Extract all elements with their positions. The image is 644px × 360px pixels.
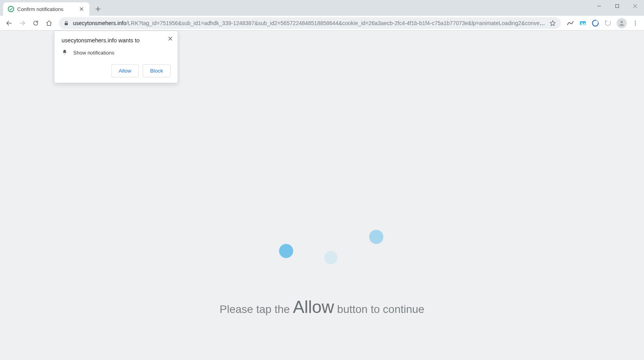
svg-point-6	[635, 22, 636, 23]
notification-permission-popup: usecytonsmehers.info wants to Show notif…	[54, 31, 178, 83]
svg-rect-1	[65, 23, 68, 25]
loader-ball-icon	[279, 244, 293, 258]
forward-button[interactable]	[16, 17, 28, 29]
svg-point-5	[635, 21, 636, 22]
allow-button[interactable]: Allow	[111, 64, 139, 77]
url-domain: usecytonsmehers.info	[73, 20, 126, 26]
instruction-prefix: Please tap the	[220, 303, 293, 315]
instruction-suffix: button to continue	[334, 303, 424, 315]
svg-point-7	[635, 24, 636, 25]
minimize-button[interactable]	[590, 0, 608, 12]
extension-icon-2[interactable]	[577, 18, 588, 29]
instruction-allow-word: Allow	[293, 297, 334, 316]
menu-button[interactable]	[630, 18, 641, 29]
svg-rect-0	[615, 4, 619, 7]
address-bar[interactable]: usecytonsmehers.info/LRK?tag_id=751956&s…	[59, 17, 561, 29]
popup-title: usecytonsmehers.info wants to	[62, 37, 171, 44]
tab-bar: Confirm notifications	[0, 0, 644, 16]
extension-icon-3[interactable]	[590, 18, 601, 29]
maximize-button[interactable]	[608, 0, 626, 12]
new-tab-button[interactable]	[93, 4, 103, 15]
reload-button[interactable]	[30, 17, 42, 29]
back-button[interactable]	[3, 17, 15, 29]
popup-buttons: Allow Block	[62, 64, 171, 77]
profile-avatar[interactable]	[617, 18, 627, 28]
tab-title: Confirm notifications	[17, 6, 75, 12]
loading-animation	[263, 219, 381, 266]
url-path: /LRK?tag_id=751956&sub_id1=adhdk_339-124…	[126, 20, 545, 26]
popup-permission-row: Show notifications	[62, 49, 171, 56]
home-button[interactable]	[43, 17, 55, 29]
window-controls	[590, 0, 644, 12]
popup-permission-label: Show notifications	[73, 50, 114, 56]
extension-icon-1[interactable]	[565, 18, 576, 29]
window-close-button[interactable]	[626, 0, 644, 12]
instruction-text: Please tap the Allow button to continue	[0, 297, 644, 317]
extension-icon-4[interactable]	[602, 18, 613, 29]
bookmark-star-icon[interactable]	[549, 20, 556, 27]
popup-close-icon[interactable]	[167, 35, 174, 42]
toolbar: usecytonsmehers.info/LRK?tag_id=751956&s…	[0, 16, 644, 31]
svg-point-4	[620, 21, 623, 23]
lock-icon	[63, 20, 69, 26]
tab-close-icon[interactable]	[78, 6, 85, 12]
block-button[interactable]: Block	[143, 64, 171, 77]
tab-favicon-check-icon	[8, 6, 14, 12]
url-text: usecytonsmehers.info/LRK?tag_id=751956&s…	[73, 20, 545, 26]
browser-tab[interactable]: Confirm notifications	[3, 2, 89, 16]
bell-icon	[62, 49, 68, 56]
loader-ball-icon	[324, 251, 337, 264]
loader-ball-icon	[369, 230, 383, 244]
